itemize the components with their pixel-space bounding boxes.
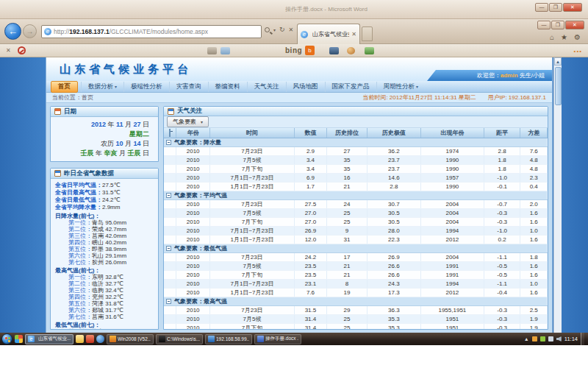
start-button[interactable] (1, 333, 12, 344)
maximize-button[interactable]: ❐ (549, 3, 562, 12)
element-selector-button[interactable]: 气象要素▾ (167, 116, 209, 127)
refresh-icon[interactable]: ↻ (279, 26, 285, 33)
nav-item-3[interactable]: 极端性分析 (123, 82, 169, 92)
row-select-cell (164, 173, 176, 182)
pet-icon[interactable] (347, 47, 355, 54)
nav-item-2[interactable]: 数据分析▾ (81, 82, 123, 92)
volume-icon[interactable] (556, 336, 562, 342)
nav-item-1[interactable]: 首页 (51, 81, 78, 93)
table-cell: 2010 (176, 314, 210, 323)
rank-value: 临朐 32.4℃ (92, 287, 123, 294)
column-header: 出现年份 (420, 128, 484, 138)
tray-expand-icon[interactable]: ▲ (524, 336, 529, 342)
group-checkbox[interactable] (166, 246, 171, 251)
nav-item-label: 灾害查询 (176, 82, 201, 90)
favorites-star-icon[interactable]: ★ (561, 33, 567, 41)
table-cell: 1957 (420, 173, 484, 182)
plugin-icon[interactable] (365, 47, 374, 54)
ie-close-button[interactable]: ✕ (565, 21, 584, 29)
table-row: 20107月23日24.21726.92004-1.11.8 (164, 252, 548, 261)
red-app-icon[interactable] (86, 335, 94, 343)
rank-label: 第五位： (68, 300, 92, 307)
ie-maximize-button[interactable]: ❐ (551, 21, 564, 29)
taskbar-clock[interactable]: 11:14 (564, 336, 578, 342)
group-label: 气象要素：最高气温 (174, 297, 227, 305)
table-group-row[interactable]: 气象要素：平均气温 (164, 191, 548, 199)
network-icon[interactable] (548, 336, 553, 342)
show-desktop-button[interactable] (581, 333, 584, 345)
forward-button[interactable]: → (23, 24, 37, 38)
tab-close-icon[interactable]: ✕ (351, 31, 356, 38)
table-group-row[interactable]: 气象要素：降水量 (164, 138, 548, 146)
nav-item-4[interactable]: 灾害查询 (169, 82, 208, 92)
explorer-icon[interactable] (76, 335, 84, 343)
user-ip: 用户IP: 192.168.137.1 (488, 93, 546, 102)
toolbar-close-icon[interactable]: ✕ (6, 47, 11, 54)
row-select-cell (164, 279, 176, 288)
taskbar-active-task[interactable]: e 山东省气候业... (25, 334, 74, 344)
table-group-row[interactable]: 气象要素：最高气温 (164, 297, 548, 305)
scroll-up-icon[interactable]: ▲ (554, 57, 562, 66)
calendar-line: 农历 10 月 14 日 (54, 139, 149, 149)
search-dropdown-icon[interactable]: ▾ (273, 27, 276, 32)
blue-app-icon[interactable] (96, 335, 104, 343)
nav-item-9[interactable]: 周期性分析▾ (376, 82, 426, 92)
home-icon[interactable]: ⌂ (550, 33, 554, 41)
blocked-icon[interactable] (18, 46, 26, 54)
table-row: 20107月5候3.43523.719901.84.8 (164, 155, 548, 164)
taskbar-task-vmware[interactable]: Win2008 [V52... (107, 334, 154, 344)
nav-item-6[interactable]: 天气关注 (247, 82, 286, 92)
nav-item-5[interactable]: 整编资料 (208, 82, 247, 92)
stamp-icon[interactable] (207, 47, 217, 54)
table-cell: 7月1日~7月23日 (210, 173, 295, 182)
bing-search-icon[interactable]: b (305, 46, 315, 55)
group-checkbox[interactable] (166, 140, 171, 145)
rank-value: 菏泽 31.8℃ (92, 300, 123, 307)
nav-item-8[interactable]: 国家下发产品 (325, 82, 376, 92)
table-cell: -0.4 (484, 288, 520, 297)
group-checkbox[interactable] (166, 299, 171, 304)
stat-label: 全省日最低气温： (55, 197, 102, 203)
more-options-icon[interactable]: ••• (574, 48, 582, 54)
launcher-icon[interactable] (15, 335, 23, 343)
table-cell: 26.6 (367, 270, 420, 279)
vertical-scrollbar[interactable]: ▲ (553, 57, 562, 333)
table-cell: 1991 (420, 270, 484, 279)
table-select-column (164, 128, 176, 138)
stop-icon[interactable]: ✕ (289, 26, 294, 33)
system-tray: ▲ 11:14 (524, 333, 587, 345)
ie-minimize-button[interactable]: — (537, 21, 551, 29)
search-icon[interactable] (265, 27, 270, 32)
calendar-body: 2012 年 11 月 27 日星期二农历 10 月 14 日壬辰 年 辛亥 月… (51, 117, 158, 161)
scrollbar-thumb[interactable] (555, 67, 562, 105)
calendar-line: 壬辰 年 辛亥 月 壬辰 日 (54, 149, 149, 158)
tools-gear-icon[interactable]: ⚙ (574, 33, 581, 41)
update-icon[interactable] (532, 336, 537, 342)
table-cell: 21 (327, 270, 368, 279)
row-select-cell (164, 314, 176, 323)
group-checkbox[interactable] (166, 193, 171, 198)
table-cell: 2010 (176, 288, 210, 297)
taskbar-task-rdp[interactable]: 192.168.58.99... (205, 334, 252, 344)
bing-logo[interactable]: bing (285, 46, 302, 54)
minimize-button[interactable]: — (535, 3, 548, 12)
table-group-row[interactable]: 气象要素：最低气温 (164, 244, 548, 252)
taskbar-task-word[interactable]: 操作手册.docx ... (254, 334, 301, 344)
nav-item-7[interactable]: 风场地图 (286, 82, 325, 92)
address-bar[interactable]: e http://192.168.137.1/GLCCLIMATE/module… (41, 25, 262, 38)
mail-icon[interactable] (220, 47, 230, 54)
close-button[interactable]: ✕ (563, 3, 582, 12)
select-all-checkbox[interactable] (169, 129, 171, 137)
table-cell: 24.3 (367, 279, 420, 288)
rank-item: 第三位：莒南 42.0mm (55, 233, 155, 239)
taskbar-task-cmd[interactable]: C:\Windows\s... (156, 334, 203, 344)
table-cell: 2.8 (484, 146, 520, 155)
new-tab-button[interactable] (362, 26, 373, 41)
security-icon[interactable] (540, 336, 545, 342)
table-row: 20107月下旬23.52126.61991-0.51.6 (164, 270, 548, 279)
camera-icon[interactable] (329, 47, 339, 54)
table-cell: -1.1 (484, 252, 520, 261)
chevron-down-icon: ▾ (201, 119, 203, 124)
browser-tab[interactable]: e 山东省气候业务平... ✕ (297, 24, 360, 44)
back-button[interactable]: ← (4, 23, 21, 40)
